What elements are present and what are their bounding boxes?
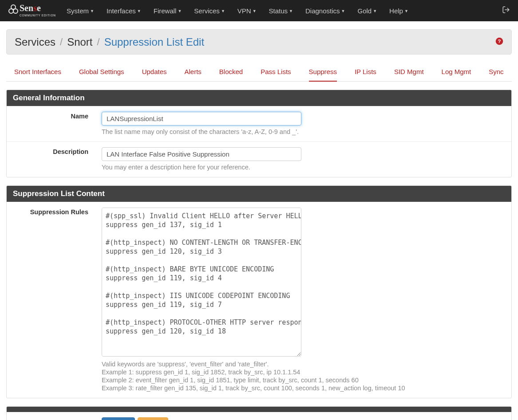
tab-alerts[interactable]: Alerts xyxy=(185,63,202,81)
breadcrumb-services[interactable]: Services xyxy=(15,36,55,48)
row-description: Description You may enter a description … xyxy=(7,141,511,177)
nav-gold[interactable]: Gold▼ xyxy=(357,7,377,15)
panel-heading: General Information xyxy=(7,90,511,106)
brand-subtitle: COMMUNITY EDITION xyxy=(20,14,56,17)
nav-label: Firewall xyxy=(154,7,177,15)
name-input[interactable] xyxy=(102,112,301,126)
nav-label: Gold xyxy=(357,7,372,15)
label-description: Description xyxy=(7,142,95,177)
rules-help-line-0: Valid keywords are 'suppress', 'event_fi… xyxy=(102,361,505,368)
breadcrumb-separator: / xyxy=(97,36,100,48)
panel-heading: Suppression List Content xyxy=(7,186,511,202)
brand-logo[interactable]: Sense COMMUNITY EDITION xyxy=(8,3,57,18)
nav-firewall[interactable]: Firewall▼ xyxy=(154,7,182,15)
caret-down-icon: ▼ xyxy=(90,9,94,13)
rules-help-line-3: Example 3: rate_filter gen_id 135, sig_i… xyxy=(102,385,505,392)
nav-label: Help xyxy=(389,7,403,15)
nav-label: Diagnostics xyxy=(305,7,340,15)
svg-point-1 xyxy=(9,9,13,13)
caret-down-icon: ▼ xyxy=(404,9,408,13)
tab-pass-lists[interactable]: Pass Lists xyxy=(261,63,291,81)
description-help-text: You may enter a description here for you… xyxy=(102,164,505,171)
cancel-button[interactable]: Cancel xyxy=(138,417,168,420)
nav-diagnostics[interactable]: Diagnostics▼ xyxy=(305,7,345,15)
nav-interfaces[interactable]: Interfaces▼ xyxy=(107,7,141,15)
nav-vpn[interactable]: VPN▼ xyxy=(237,7,257,15)
caret-down-icon: ▼ xyxy=(253,9,257,13)
caret-down-icon: ▼ xyxy=(289,9,293,13)
nav-label: System xyxy=(67,7,89,15)
tab-blocked[interactable]: Blocked xyxy=(219,63,243,81)
row-suppression-rules: Suppression Rules Valid keywords are 'su… xyxy=(7,202,511,398)
description-input[interactable] xyxy=(102,147,301,161)
nav-services[interactable]: Services▼ xyxy=(194,7,225,15)
breadcrumb-current[interactable]: Suppression List Edit xyxy=(104,36,204,48)
caret-down-icon: ▼ xyxy=(137,9,141,13)
caret-down-icon: ▼ xyxy=(373,9,377,13)
help-icon[interactable]: ? xyxy=(495,37,503,47)
nav-system[interactable]: System▼ xyxy=(67,7,94,15)
panel-suppression-content: Suppression List Content Suppression Rul… xyxy=(6,185,512,398)
tab-suppress[interactable]: Suppress xyxy=(309,63,337,82)
tab-ip-lists[interactable]: IP Lists xyxy=(355,63,376,81)
breadcrumb: Services / Snort / Suppression List Edit… xyxy=(6,29,512,55)
rules-help-line-1: Example 1: suppress gen_id 1, sig_id 185… xyxy=(102,369,505,376)
nav-label: Services xyxy=(194,7,220,15)
nav-label: VPN xyxy=(237,7,251,15)
snort-tabs: Snort Interfaces Global Settings Updates… xyxy=(6,55,512,82)
nav-label: Status xyxy=(269,7,288,15)
nav-status[interactable]: Status▼ xyxy=(269,7,293,15)
tab-log-mgmt[interactable]: Log Mgmt xyxy=(442,63,471,81)
nav-label: Interfaces xyxy=(107,7,136,15)
rules-help-line-2: Example 2: event_filter gen_id 1, sig_id… xyxy=(102,377,505,384)
label-rules: Suppression Rules xyxy=(7,202,95,398)
caret-down-icon: ▼ xyxy=(178,9,182,13)
panel-stripe xyxy=(7,407,511,412)
breadcrumb-snort[interactable]: Snort xyxy=(67,36,92,48)
tab-sync[interactable]: Sync xyxy=(489,63,503,81)
suppression-rules-textarea[interactable] xyxy=(102,208,301,357)
tab-updates[interactable]: Updates xyxy=(142,63,167,81)
tab-snort-interfaces[interactable]: Snort Interfaces xyxy=(14,63,61,81)
caret-down-icon: ▼ xyxy=(221,9,225,13)
save-button[interactable]: Save xyxy=(102,417,135,420)
breadcrumb-separator: / xyxy=(60,36,63,48)
tab-sid-mgmt[interactable]: SID Mgmt xyxy=(394,63,424,81)
row-name: Name The list name may only consist of t… xyxy=(7,106,511,141)
svg-text:?: ? xyxy=(498,38,501,43)
name-help-text: The list name may only consist of the ch… xyxy=(102,128,505,135)
caret-down-icon: ▼ xyxy=(341,9,345,13)
panel-general-information: General Information Name The list name m… xyxy=(6,90,512,177)
navbar-items: System▼ Interfaces▼ Firewall▼ Services▼ … xyxy=(67,7,502,15)
svg-point-2 xyxy=(13,9,18,13)
top-navbar: Sense COMMUNITY EDITION System▼ Interfac… xyxy=(0,0,518,21)
tab-global-settings[interactable]: Global Settings xyxy=(79,63,124,81)
logout-icon[interactable] xyxy=(502,6,510,16)
svg-text:Sense: Sense xyxy=(20,3,41,13)
label-name: Name xyxy=(7,106,95,141)
panel-actions: Save Cancel xyxy=(6,406,512,420)
nav-help[interactable]: Help▼ xyxy=(389,7,408,15)
